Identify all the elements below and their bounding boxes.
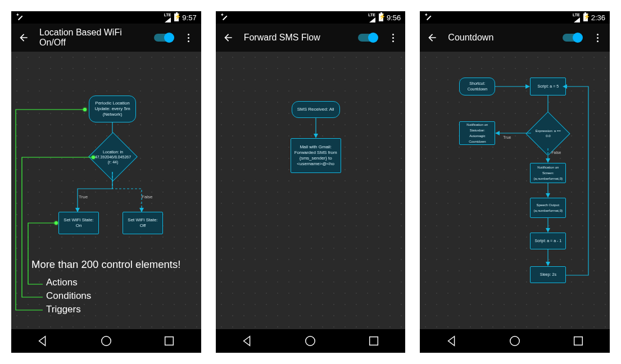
action-label: Mail with Gmail: Forwarded SMS from {sms… xyxy=(293,144,338,167)
svg-rect-26 xyxy=(574,337,582,345)
app-title: Forward SMS Flow xyxy=(244,33,348,43)
overlay-triggers: Triggers xyxy=(46,304,81,315)
nav-bar xyxy=(11,329,201,353)
flow-enable-toggle[interactable] xyxy=(563,34,582,42)
back-button[interactable] xyxy=(427,32,438,43)
condition-node[interactable]: Expression: a == 0.0 xyxy=(532,118,564,149)
node-sleep[interactable]: Sleep: 2s xyxy=(530,266,566,283)
node-script-dec[interactable]: Script: a = a - 1 xyxy=(530,233,566,249)
svg-point-8 xyxy=(306,336,315,346)
app-bar: Location Based WiFi On/Off xyxy=(11,24,201,52)
overlay-heading: More than 200 control elements! xyxy=(31,258,180,271)
magic-wand-icon xyxy=(424,13,432,21)
trigger-node[interactable]: SMS Received: All xyxy=(292,101,340,118)
nav-back-button[interactable] xyxy=(241,335,253,347)
nav-back-button[interactable] xyxy=(37,335,49,347)
magic-wand-icon xyxy=(16,13,24,21)
signal-icon: LTE xyxy=(164,13,171,22)
nav-back-button[interactable] xyxy=(446,335,458,347)
svg-marker-21 xyxy=(546,228,550,233)
flow-enable-toggle[interactable] xyxy=(358,34,377,42)
overflow-menu-button[interactable] xyxy=(592,32,603,43)
app-title: Countdown xyxy=(448,33,552,43)
status-bar: LTE 9:56 xyxy=(216,11,406,24)
svg-marker-7 xyxy=(314,134,318,138)
svg-point-25 xyxy=(510,336,520,346)
phone-screen-1: LTE 9:57 Location Based WiFi On/Off Peri… xyxy=(11,11,201,353)
clock-text: 2:36 xyxy=(591,13,605,22)
nav-recent-button[interactable] xyxy=(368,335,380,347)
status-bar: LTE 2:36 xyxy=(420,11,610,24)
flow-canvas[interactable]: SMS Received: All Mail with Gmail: Forwa… xyxy=(216,52,406,329)
app-bar: Countdown xyxy=(420,24,610,52)
svg-point-4 xyxy=(102,336,111,346)
edge-1 xyxy=(316,118,321,138)
battery-charging-icon xyxy=(174,13,179,21)
app-bar: Forward SMS Flow xyxy=(216,24,406,52)
nav-home-button[interactable] xyxy=(509,335,521,347)
clock-text: 9:56 xyxy=(387,13,401,22)
nav-bar xyxy=(216,329,406,353)
back-button[interactable] xyxy=(18,32,29,43)
svg-marker-19 xyxy=(546,193,550,198)
magic-wand-icon xyxy=(220,13,228,21)
battery-charging-icon xyxy=(583,13,588,21)
signal-icon: LTE xyxy=(368,13,375,22)
flow-canvas[interactable]: Periodic Location Update: every 5m (Netw… xyxy=(11,52,201,329)
svg-marker-17 xyxy=(546,158,550,163)
battery-charging-icon xyxy=(379,13,383,21)
phone-screen-3: LTE 2:36 Countdown Shortcut: Countdown S… xyxy=(420,11,610,353)
flow-canvas[interactable]: Shortcut: Countdown Script: a = 5 Expres… xyxy=(420,52,610,329)
phone-screen-2: LTE 9:56 Forward SMS Flow SMS Received: … xyxy=(216,11,406,353)
svg-rect-9 xyxy=(370,337,378,345)
node-speech[interactable]: Speech Output: {a,numberformat,0} xyxy=(530,198,566,218)
node-script-init[interactable]: Script: a = 5 xyxy=(530,78,566,95)
overflow-menu-button[interactable] xyxy=(183,32,194,43)
node-screen-notif[interactable]: Notification on Screen: {a,numberformat,… xyxy=(530,163,566,183)
svg-marker-23 xyxy=(546,262,550,266)
nav-home-button[interactable] xyxy=(100,335,112,347)
status-bar: LTE 9:57 xyxy=(11,11,201,24)
svg-marker-11 xyxy=(525,84,530,89)
node-statusbar-notif[interactable]: Notification on Statusbar: Automagic Cou… xyxy=(459,121,495,145)
node-shortcut[interactable]: Shortcut: Countdown xyxy=(459,78,495,95)
nav-recent-button[interactable] xyxy=(163,335,175,347)
nav-recent-button[interactable] xyxy=(572,335,584,347)
trigger-label: SMS Received: All xyxy=(297,107,334,112)
svg-marker-15 xyxy=(495,131,500,135)
app-title: Location Based WiFi On/Off xyxy=(39,28,144,48)
flow-enable-toggle[interactable] xyxy=(154,34,173,42)
overlay-actions: Actions xyxy=(46,277,78,288)
overlay-conditions: Conditions xyxy=(46,290,91,302)
nav-bar xyxy=(420,329,610,353)
nav-home-button[interactable] xyxy=(304,335,316,347)
overflow-menu-button[interactable] xyxy=(387,32,398,43)
back-button[interactable] xyxy=(223,32,234,43)
signal-icon: LTE xyxy=(573,13,580,22)
action-node[interactable]: Mail with Gmail: Forwarded SMS from {sms… xyxy=(291,138,341,173)
svg-rect-5 xyxy=(165,337,174,345)
clock-text: 9:57 xyxy=(182,13,196,22)
